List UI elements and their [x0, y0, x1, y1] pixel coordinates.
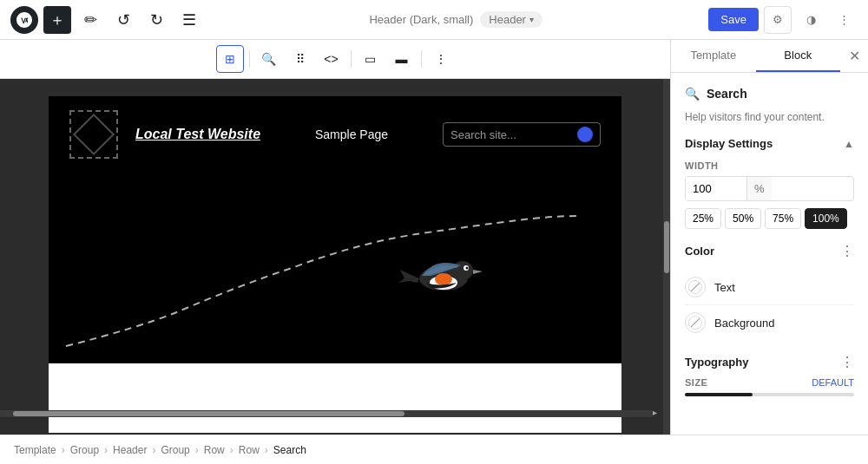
- panel-close-button[interactable]: ✕: [840, 40, 868, 72]
- scroll-arrow-right[interactable]: ▸: [646, 408, 663, 417]
- website-canvas: Local Test Website Sample Page: [49, 96, 621, 433]
- svg-point-5: [465, 267, 468, 270]
- nav-sample-page[interactable]: Sample Page: [315, 127, 388, 141]
- breadcrumb-header[interactable]: Header: [113, 444, 147, 456]
- block-toolbar: ⊞ 🔍 ⠿ <> ▭ ▬ ⋮: [0, 40, 670, 79]
- collapse-icon: ▲: [844, 138, 854, 150]
- width-input-row: %: [685, 176, 854, 201]
- size-slider[interactable]: [685, 393, 854, 396]
- typography-title: Typography: [685, 356, 748, 369]
- breadcrumb-group-1[interactable]: Group: [70, 444, 99, 456]
- size-default: DEFAULT: [812, 377, 854, 388]
- contrast-button[interactable]: ◑: [797, 6, 825, 34]
- tab-template[interactable]: Template: [671, 40, 756, 72]
- add-block-button[interactable]: ＋: [43, 6, 71, 34]
- settings-button[interactable]: ⚙: [764, 6, 792, 34]
- size-slider-fill: [685, 393, 753, 396]
- breadcrumb-sep-4: ›: [195, 444, 199, 456]
- canvas-scroll[interactable]: Local Test Website Sample Page: [0, 79, 670, 435]
- text-color-circle[interactable]: [685, 277, 706, 297]
- color-text-option[interactable]: Text: [685, 270, 854, 305]
- bg-color-circle[interactable]: [685, 312, 706, 333]
- site-logo: [69, 110, 118, 159]
- wp-logo[interactable]: [10, 6, 38, 34]
- search-tool[interactable]: 🔍: [255, 45, 283, 73]
- breadcrumb-template[interactable]: Template: [14, 444, 56, 456]
- horizontal-scrollbar[interactable]: [0, 410, 653, 417]
- color-section: Color ⋮ Text Background: [685, 243, 854, 340]
- breadcrumb-sep-5: ›: [230, 444, 233, 456]
- chevron-down-icon: ▾: [529, 15, 534, 24]
- website-header: Local Test Website Sample Page: [49, 96, 621, 173]
- site-nav: Sample Page: [278, 127, 425, 141]
- align-right-tool[interactable]: ▬: [388, 45, 416, 73]
- panel-tabs: Template Block ✕: [671, 40, 868, 73]
- width-input[interactable]: [686, 177, 746, 200]
- wordpress-icon: [16, 12, 32, 28]
- edit-button[interactable]: ✏: [76, 6, 104, 34]
- search-submit-icon[interactable]: [577, 127, 593, 142]
- color-section-title: Color: [685, 245, 714, 258]
- search-input[interactable]: [450, 128, 572, 141]
- breadcrumb-group-2[interactable]: Group: [161, 444, 189, 456]
- more-tool[interactable]: ⋮: [427, 45, 455, 73]
- hero-area: [49, 173, 621, 363]
- vertical-scrollbar[interactable]: [663, 79, 670, 435]
- preset-25[interactable]: 25%: [685, 208, 721, 229]
- grid-tool[interactable]: ⠿: [286, 45, 314, 73]
- toolbar-center: Header (Dark, small) Header ▾: [208, 11, 703, 28]
- display-settings-title: Display Settings: [685, 137, 773, 150]
- breadcrumb-search[interactable]: Search: [273, 444, 306, 456]
- breadcrumb-sep-2: ›: [104, 444, 108, 456]
- breadcrumb-row-2[interactable]: Row: [239, 444, 260, 456]
- tab-block[interactable]: Block: [756, 40, 841, 72]
- text-color-label: Text: [714, 281, 735, 294]
- display-settings-header[interactable]: Display Settings ▲: [685, 137, 854, 150]
- width-unit[interactable]: %: [746, 177, 772, 200]
- canvas-area: ⊞ 🔍 ⠿ <> ▭ ▬ ⋮ Local Test Website Sample…: [0, 40, 670, 435]
- bird-illustration: [391, 239, 496, 312]
- color-section-header: Color ⋮: [685, 243, 854, 259]
- main-area: ⊞ 🔍 ⠿ <> ▭ ▬ ⋮ Local Test Website Sample…: [0, 40, 868, 435]
- vertical-scroll-thumb[interactable]: [664, 221, 669, 273]
- save-button[interactable]: Save: [708, 8, 759, 31]
- size-row: SIZE DEFAULT: [685, 377, 854, 388]
- typography-more-button[interactable]: ⋮: [840, 354, 854, 370]
- panel-help-text: Help visitors find your content.: [685, 111, 854, 123]
- typography-section: Typography ⋮ SIZE DEFAULT: [685, 354, 854, 396]
- align-left-tool[interactable]: ▭: [357, 45, 385, 73]
- menu-button[interactable]: ☰: [175, 6, 203, 34]
- undo-button[interactable]: ↺: [109, 6, 137, 34]
- breadcrumb-sep-3: ›: [152, 444, 155, 456]
- bg-color-label: Background: [714, 317, 774, 330]
- search-input-wrap[interactable]: [443, 122, 601, 147]
- horizontal-scroll-thumb[interactable]: [13, 411, 404, 416]
- more-options-button[interactable]: ⋮: [830, 6, 858, 34]
- site-name[interactable]: Local Test Website: [135, 127, 260, 142]
- redo-button[interactable]: ↻: [142, 6, 170, 34]
- color-more-button[interactable]: ⋮: [840, 243, 854, 259]
- header-pill-text: Header: [489, 13, 526, 26]
- color-background-option[interactable]: Background: [685, 305, 854, 340]
- bird-svg: [391, 239, 496, 309]
- toolbar-separator: [249, 50, 250, 68]
- preset-100[interactable]: 100%: [805, 208, 847, 229]
- code-tool[interactable]: <>: [318, 45, 345, 73]
- dashed-path-svg: [49, 173, 621, 363]
- search-icon: 🔍: [685, 87, 700, 101]
- svg-point-2: [435, 273, 452, 285]
- header-context-label: Header (Dark, small): [369, 13, 473, 26]
- svg-marker-6: [473, 270, 483, 274]
- toolbar-separator-2: [351, 50, 352, 68]
- preset-75[interactable]: 75%: [765, 208, 801, 229]
- header-pill[interactable]: Header ▾: [480, 11, 542, 28]
- panel-body: 🔍 Search Help visitors find your content…: [671, 73, 868, 435]
- align-center-tool[interactable]: ⊞: [216, 45, 244, 73]
- display-settings-section: Display Settings ▲ WIDTH % 25% 50% 75% 1…: [685, 137, 854, 229]
- size-label: SIZE: [685, 377, 707, 388]
- width-presets: 25% 50% 75% 100%: [685, 208, 854, 229]
- typography-section-header: Typography ⋮: [685, 354, 854, 370]
- preset-50[interactable]: 50%: [725, 208, 761, 229]
- breadcrumb-row-1[interactable]: Row: [204, 444, 225, 456]
- text-color-swatch: [688, 280, 702, 294]
